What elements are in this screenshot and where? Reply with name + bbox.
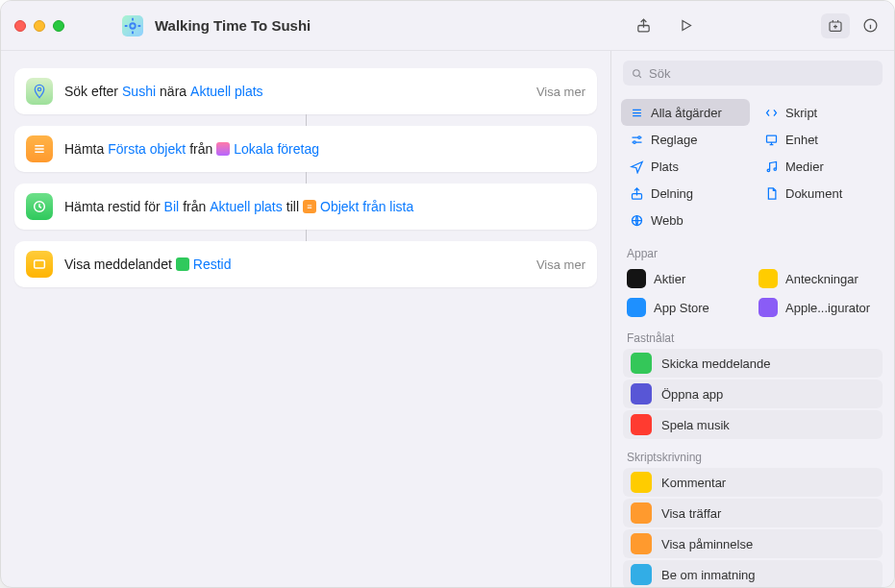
titlebar: Walking Time To Sushi — [1, 1, 894, 51]
business-pill-icon — [216, 142, 230, 156]
show-more-button[interactable]: Visa mer — [536, 257, 585, 272]
action-row-icon — [631, 564, 652, 585]
action-row[interactable]: Kommentar — [623, 468, 883, 497]
action-row-label: Spela musik — [661, 418, 730, 432]
category-list[interactable]: Alla åtgärder — [621, 99, 750, 126]
window-title: Walking Time To Sushi — [155, 17, 633, 34]
connector-line — [306, 172, 307, 184]
svg-point-9 — [633, 140, 635, 143]
category-web[interactable]: Webb — [621, 207, 750, 233]
connector-line — [306, 114, 307, 126]
token-first-item[interactable]: Första objekt — [108, 141, 186, 157]
category-script[interactable]: Skript — [756, 99, 884, 126]
category-label: Plats — [651, 159, 679, 174]
action-text: Hämta Första objekt från Lokala företag — [64, 141, 319, 157]
token-search-term[interactable]: Sushi — [122, 84, 156, 99]
window-controls — [14, 20, 64, 32]
list-icon — [26, 135, 53, 162]
web-icon — [629, 212, 644, 228]
share-button[interactable] — [633, 15, 654, 37]
category-slider[interactable]: Reglage — [621, 126, 750, 153]
pinned-list: Skicka meddelandeÖppna appSpela musik — [611, 349, 894, 439]
action-row-icon — [631, 383, 652, 404]
zoom-window-button[interactable] — [53, 20, 64, 32]
list-icon — [629, 105, 644, 120]
svg-point-4 — [37, 87, 40, 90]
token-travel-time-var[interactable]: Restid — [176, 257, 232, 272]
action-row-icon — [631, 472, 652, 493]
category-label: Webb — [651, 213, 684, 228]
category-doc[interactable]: Dokument — [756, 180, 884, 207]
category-music[interactable]: Medier — [756, 153, 884, 180]
category-label: Dokument — [785, 186, 842, 201]
token-from-location[interactable]: Aktuell plats — [210, 199, 282, 214]
show-more-button[interactable]: Visa mer — [536, 85, 585, 99]
app-item[interactable]: Anteckningar — [753, 264, 884, 293]
slider-icon — [629, 132, 644, 147]
category-device[interactable]: Enhet — [756, 126, 884, 153]
action-show-message[interactable]: Visa meddelandet Restid Visa mer — [14, 241, 597, 287]
action-row-label: Skicka meddelande — [661, 356, 770, 371]
doc-icon — [763, 185, 779, 201]
action-text: Sök efter Sushi nära Aktuell plats — [64, 84, 263, 99]
location-icon — [629, 159, 644, 174]
svg-point-0 — [130, 23, 136, 29]
action-row[interactable]: Öppna app — [623, 380, 883, 408]
app-item[interactable]: Apple...igurator — [753, 293, 884, 322]
time-icon — [26, 193, 53, 220]
app-item[interactable]: App Store — [621, 293, 753, 322]
category-label: Reglage — [651, 133, 697, 147]
category-share[interactable]: Delning — [621, 180, 750, 207]
app-label: Anteckningar — [785, 272, 858, 286]
token-local-businesses[interactable]: Lokala företag — [216, 141, 319, 157]
action-row[interactable]: Skicka meddelande — [623, 349, 883, 378]
category-label: Alla åtgärder — [651, 106, 722, 120]
action-row[interactable]: Visa träffar — [623, 499, 883, 527]
app-icon — [758, 298, 778, 317]
connector-line — [306, 230, 307, 241]
scripting-header: Skriptskrivning — [611, 441, 894, 468]
device-icon — [763, 132, 779, 147]
action-row-icon — [631, 533, 652, 554]
close-window-button[interactable] — [14, 20, 26, 32]
script-icon — [763, 105, 779, 120]
action-row-label: Be om inmatning — [661, 568, 756, 582]
action-row-icon — [631, 353, 652, 374]
list-pill-icon: ≡ — [303, 200, 316, 213]
scripting-list: KommentarVisa träffarVisa påminnelseBe o… — [611, 468, 894, 587]
category-grid: Alla åtgärderSkriptReglageEnhetPlatsMedi… — [611, 95, 894, 241]
action-search-maps[interactable]: Sök efter Sushi nära Aktuell plats Visa … — [14, 68, 597, 114]
workflow-canvas[interactable]: Sök efter Sushi nära Aktuell plats Visa … — [1, 51, 610, 587]
actions-sidebar: Sök Alla åtgärderSkriptReglageEnhetPlats… — [610, 51, 894, 587]
token-transport[interactable]: Bil — [164, 199, 180, 214]
app-icon — [627, 269, 646, 288]
action-travel-time[interactable]: Hämta restid för Bil från Aktuell plats … — [14, 184, 597, 230]
library-button[interactable] — [821, 13, 850, 38]
action-row-label: Öppna app — [661, 387, 723, 402]
action-text: Visa meddelandet Restid — [64, 257, 232, 272]
minimize-window-button[interactable] — [34, 20, 45, 32]
pinned-header: Fastnålat — [611, 322, 894, 349]
search-input[interactable]: Sök — [623, 61, 883, 86]
search-placeholder: Sök — [649, 66, 670, 81]
action-row[interactable]: Spela musik — [623, 410, 883, 439]
maps-icon — [26, 78, 53, 105]
token-location[interactable]: Aktuell plats — [190, 84, 262, 99]
action-get-item[interactable]: Hämta Första objekt från Lokala företag — [14, 126, 597, 172]
action-row-icon — [631, 414, 652, 435]
token-to-location[interactable]: ≡ Objekt från lista — [303, 199, 413, 214]
category-label: Medier — [785, 159, 824, 174]
category-location[interactable]: Plats — [621, 153, 750, 180]
svg-rect-6 — [35, 260, 45, 268]
time-pill-icon — [176, 257, 189, 271]
action-row-label: Visa påminnelse — [661, 537, 753, 551]
action-row[interactable]: Be om inmatning — [623, 560, 883, 587]
svg-point-7 — [634, 69, 640, 76]
svg-point-12 — [774, 167, 777, 170]
app-label: Aktier — [654, 272, 685, 286]
app-item[interactable]: Aktier — [621, 264, 753, 293]
info-button[interactable] — [859, 15, 881, 37]
category-label: Enhet — [785, 133, 818, 147]
run-button[interactable] — [675, 15, 696, 37]
action-row[interactable]: Visa påminnelse — [623, 529, 883, 558]
